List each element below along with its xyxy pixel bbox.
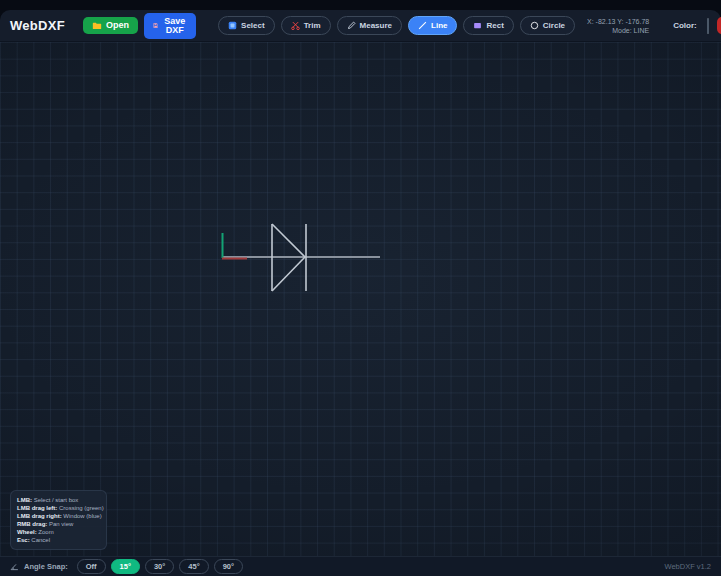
cursor-coordinates: X: -82.13 Y: -176.78 [587, 17, 649, 26]
circle-icon [530, 21, 539, 30]
page-background: WebDXF Open Save DXF [0, 0, 721, 576]
tool-select-label: Select [241, 22, 265, 30]
delete-button[interactable]: Delete [717, 17, 721, 34]
color-label: Color: [673, 21, 697, 30]
mode-indicator: Mode: LINE [587, 26, 649, 35]
help-line: LMB drag right: Window (blue) [17, 512, 100, 520]
color-swatch[interactable] [707, 18, 709, 34]
help-line: Esc: Cancel [17, 536, 100, 544]
angle-snap-off-button[interactable]: Off [77, 559, 106, 575]
app-window: WebDXF Open Save DXF [0, 10, 721, 576]
help-line: RMB drag: Pan view [17, 520, 100, 528]
save-dxf-button-label: Save DXF [162, 17, 187, 35]
help-line: LMB: Select / start box [17, 496, 100, 504]
scissors-icon [291, 21, 300, 30]
angle-snap-45-button[interactable]: 45° [179, 559, 208, 575]
tool-trim-button[interactable]: Trim [281, 16, 331, 35]
drawing-canvas[interactable]: LMB: Select / start box LMB drag left: C… [0, 42, 721, 556]
tool-line-label: Line [431, 22, 447, 30]
help-line: Wheel: Zoom [17, 528, 100, 536]
tool-circle-label: Circle [543, 22, 565, 30]
status-bar: Angle Snap: Off 15° 30° 45° 90° WebDXF v… [0, 556, 721, 576]
tool-trim-label: Trim [304, 22, 321, 30]
triangle-top-edge[interactable] [272, 224, 305, 257]
folder-icon [92, 21, 102, 30]
tool-rect-label: Rect [486, 22, 503, 30]
angle-snap-30-button[interactable]: 30° [145, 559, 174, 575]
tool-circle-button[interactable]: Circle [520, 16, 575, 35]
tool-line-button[interactable]: Line [408, 16, 457, 35]
angle-snap-90-button[interactable]: 90° [214, 559, 243, 575]
angle-snap-label: Angle Snap: [24, 562, 68, 571]
triangle-bottom-edge[interactable] [272, 257, 305, 291]
top-toolbar: WebDXF Open Save DXF [0, 10, 721, 42]
tool-rect-button[interactable]: Rect [463, 16, 513, 35]
select-icon [228, 21, 237, 30]
drawing-svg[interactable] [0, 42, 721, 556]
tool-measure-label: Measure [360, 22, 392, 30]
help-line: LMB drag left: Crossing (green) [17, 504, 100, 512]
angle-snap-15-button[interactable]: 15° [111, 559, 140, 575]
save-icon [153, 21, 158, 30]
cursor-readout: X: -82.13 Y: -176.78 Mode: LINE [587, 17, 649, 35]
tool-measure-button[interactable]: Measure [337, 16, 402, 35]
pencil-icon [347, 21, 356, 30]
tool-select-button[interactable]: Select [218, 16, 275, 35]
app-version: WebDXF v1.2 [664, 562, 711, 571]
open-button-label: Open [106, 21, 129, 30]
hotkey-help-panel: LMB: Select / start box LMB drag left: C… [10, 490, 107, 550]
angle-icon [10, 563, 19, 571]
line-icon [418, 21, 427, 30]
open-button[interactable]: Open [83, 17, 138, 34]
app-title: WebDXF [10, 18, 65, 33]
save-dxf-button[interactable]: Save DXF [144, 13, 196, 39]
rect-icon [473, 21, 482, 30]
